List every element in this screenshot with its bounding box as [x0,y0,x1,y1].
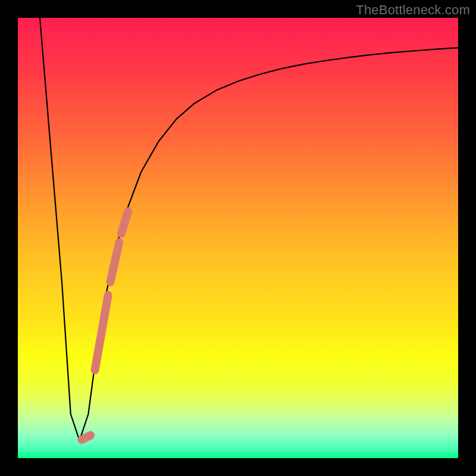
marker-group [82,212,128,440]
marker-segment-4 [121,212,128,234]
plot-area [18,18,458,458]
marker-segment-3 [110,242,119,282]
marker-segment-1 [82,436,90,440]
bottleneck-curve [40,18,458,440]
chart-frame: TheBottleneck.com [0,0,476,476]
chart-svg [18,18,458,458]
marker-segment-2 [95,295,108,370]
watermark-label: TheBottleneck.com [356,2,470,18]
